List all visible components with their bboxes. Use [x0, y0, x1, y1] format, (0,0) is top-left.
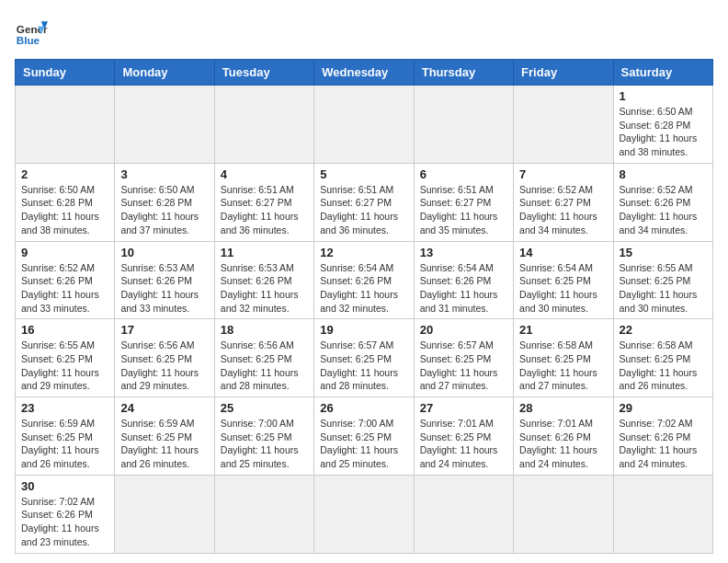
day-number: 22: [620, 323, 707, 337]
day-number: 24: [120, 401, 208, 415]
day-number: 2: [21, 167, 108, 181]
day-info: Sunrise: 6:51 AM Sunset: 6:27 PM Dayligh…: [221, 183, 308, 237]
calendar-cell: [314, 475, 414, 553]
calendar-cell: [414, 86, 513, 164]
day-number: 9: [21, 246, 108, 259]
calendar-cell: [115, 86, 214, 164]
calendar-cell: [514, 475, 613, 553]
day-number: 3: [120, 167, 208, 181]
weekday-header-thursday: Thursday: [414, 60, 513, 86]
day-info: Sunrise: 6:58 AM Sunset: 6:25 PM Dayligh…: [519, 339, 607, 393]
day-number: 30: [21, 479, 108, 493]
calendar-cell: 2Sunrise: 6:50 AM Sunset: 6:28 PM Daylig…: [16, 163, 115, 241]
calendar-cell: 21Sunrise: 6:58 AM Sunset: 6:25 PM Dayli…: [514, 319, 613, 397]
calendar-cell: [214, 475, 313, 553]
day-info: Sunrise: 6:52 AM Sunset: 6:26 PM Dayligh…: [21, 261, 108, 316]
calendar-cell: [16, 86, 115, 164]
weekday-header-tuesday: Tuesday: [214, 60, 313, 86]
day-info: Sunrise: 6:54 AM Sunset: 6:26 PM Dayligh…: [420, 261, 507, 316]
weekday-header-saturday: Saturday: [613, 60, 712, 86]
calendar-cell: 12Sunrise: 6:54 AM Sunset: 6:26 PM Dayli…: [314, 241, 414, 319]
calendar-cell: 8Sunrise: 6:52 AM Sunset: 6:26 PM Daylig…: [613, 163, 712, 241]
calendar-cell: 7Sunrise: 6:52 AM Sunset: 6:27 PM Daylig…: [514, 163, 613, 241]
calendar-cell: 14Sunrise: 6:54 AM Sunset: 6:25 PM Dayli…: [514, 241, 613, 319]
day-info: Sunrise: 6:50 AM Sunset: 6:28 PM Dayligh…: [620, 105, 707, 159]
weekday-header-sunday: Sunday: [16, 60, 115, 86]
calendar-cell: 29Sunrise: 7:02 AM Sunset: 6:26 PM Dayli…: [613, 397, 712, 476]
calendar-cell: 27Sunrise: 7:01 AM Sunset: 6:25 PM Dayli…: [414, 397, 513, 476]
calendar-cell: 11Sunrise: 6:53 AM Sunset: 6:26 PM Dayli…: [214, 241, 313, 319]
calendar-cell: [314, 86, 414, 164]
day-info: Sunrise: 6:56 AM Sunset: 6:25 PM Dayligh…: [120, 339, 208, 393]
calendar-cell: [115, 475, 214, 553]
weekday-header-friday: Friday: [514, 60, 613, 86]
day-info: Sunrise: 6:59 AM Sunset: 6:25 PM Dayligh…: [21, 417, 108, 471]
day-number: 1: [620, 89, 707, 103]
weekday-header-wednesday: Wednesday: [314, 60, 414, 86]
calendar-cell: 23Sunrise: 6:59 AM Sunset: 6:25 PM Dayli…: [16, 397, 115, 476]
calendar-cell: 22Sunrise: 6:58 AM Sunset: 6:25 PM Dayli…: [613, 319, 712, 397]
day-info: Sunrise: 7:00 AM Sunset: 6:25 PM Dayligh…: [320, 417, 407, 471]
calendar-cell: 26Sunrise: 7:00 AM Sunset: 6:25 PM Dayli…: [314, 397, 414, 476]
day-number: 13: [420, 246, 507, 259]
day-info: Sunrise: 6:52 AM Sunset: 6:26 PM Dayligh…: [620, 183, 707, 237]
day-number: 27: [420, 401, 507, 415]
day-number: 18: [221, 323, 308, 337]
day-number: 5: [320, 167, 407, 181]
day-number: 10: [120, 246, 208, 259]
calendar-cell: [414, 475, 513, 553]
svg-text:Blue: Blue: [17, 34, 40, 46]
calendar-cell: [214, 86, 313, 164]
calendar-table: SundayMondayTuesdayWednesdayThursdayFrid…: [15, 59, 713, 554]
day-number: 17: [120, 323, 208, 337]
calendar-cell: 19Sunrise: 6:57 AM Sunset: 6:25 PM Dayli…: [314, 319, 414, 397]
day-info: Sunrise: 7:02 AM Sunset: 6:26 PM Dayligh…: [620, 417, 707, 471]
day-info: Sunrise: 6:57 AM Sunset: 6:25 PM Dayligh…: [320, 339, 407, 393]
calendar-cell: 20Sunrise: 6:57 AM Sunset: 6:25 PM Dayli…: [414, 319, 513, 397]
day-info: Sunrise: 6:53 AM Sunset: 6:26 PM Dayligh…: [120, 261, 208, 316]
day-number: 29: [620, 401, 707, 415]
day-number: 23: [21, 401, 108, 415]
day-info: Sunrise: 6:55 AM Sunset: 6:25 PM Dayligh…: [620, 261, 707, 316]
calendar-cell: 17Sunrise: 6:56 AM Sunset: 6:25 PM Dayli…: [115, 319, 214, 397]
day-info: Sunrise: 6:57 AM Sunset: 6:25 PM Dayligh…: [420, 339, 507, 393]
logo: General Blue: [15, 15, 48, 48]
day-number: 8: [620, 167, 707, 181]
calendar-cell: 28Sunrise: 7:01 AM Sunset: 6:26 PM Dayli…: [514, 397, 613, 476]
calendar-cell: 16Sunrise: 6:55 AM Sunset: 6:25 PM Dayli…: [16, 319, 115, 397]
calendar-cell: 5Sunrise: 6:51 AM Sunset: 6:27 PM Daylig…: [314, 163, 414, 241]
calendar-cell: 4Sunrise: 6:51 AM Sunset: 6:27 PM Daylig…: [214, 163, 313, 241]
day-info: Sunrise: 6:50 AM Sunset: 6:28 PM Dayligh…: [21, 183, 108, 237]
day-info: Sunrise: 6:51 AM Sunset: 6:27 PM Dayligh…: [320, 183, 407, 237]
day-number: 28: [519, 401, 607, 415]
calendar-cell: 3Sunrise: 6:50 AM Sunset: 6:28 PM Daylig…: [115, 163, 214, 241]
day-info: Sunrise: 7:00 AM Sunset: 6:25 PM Dayligh…: [221, 417, 308, 471]
day-number: 7: [519, 167, 607, 181]
calendar-cell: 15Sunrise: 6:55 AM Sunset: 6:25 PM Dayli…: [613, 241, 712, 319]
day-info: Sunrise: 6:59 AM Sunset: 6:25 PM Dayligh…: [120, 417, 208, 471]
day-number: 14: [519, 246, 607, 259]
page-header: General Blue: [15, 15, 713, 48]
calendar-cell: 9Sunrise: 6:52 AM Sunset: 6:26 PM Daylig…: [16, 241, 115, 319]
day-info: Sunrise: 6:52 AM Sunset: 6:27 PM Dayligh…: [519, 183, 607, 237]
day-number: 12: [320, 246, 407, 259]
day-info: Sunrise: 6:54 AM Sunset: 6:26 PM Dayligh…: [320, 261, 407, 316]
day-info: Sunrise: 6:56 AM Sunset: 6:25 PM Dayligh…: [221, 339, 308, 393]
calendar-cell: 18Sunrise: 6:56 AM Sunset: 6:25 PM Dayli…: [214, 319, 313, 397]
day-number: 15: [620, 246, 707, 259]
calendar-cell: [613, 475, 712, 553]
calendar-cell: 13Sunrise: 6:54 AM Sunset: 6:26 PM Dayli…: [414, 241, 513, 319]
day-info: Sunrise: 6:58 AM Sunset: 6:25 PM Dayligh…: [620, 339, 707, 393]
day-number: 25: [221, 401, 308, 415]
calendar-cell: [514, 86, 613, 164]
logo-icon: General Blue: [15, 15, 48, 48]
day-number: 21: [519, 323, 607, 337]
day-info: Sunrise: 6:50 AM Sunset: 6:28 PM Dayligh…: [120, 183, 208, 237]
day-info: Sunrise: 6:53 AM Sunset: 6:26 PM Dayligh…: [221, 261, 308, 316]
day-number: 19: [320, 323, 407, 337]
day-info: Sunrise: 6:54 AM Sunset: 6:25 PM Dayligh…: [519, 261, 607, 316]
day-number: 11: [221, 246, 308, 259]
calendar-cell: 30Sunrise: 7:02 AM Sunset: 6:26 PM Dayli…: [16, 475, 115, 553]
day-number: 4: [221, 167, 308, 181]
day-number: 20: [420, 323, 507, 337]
